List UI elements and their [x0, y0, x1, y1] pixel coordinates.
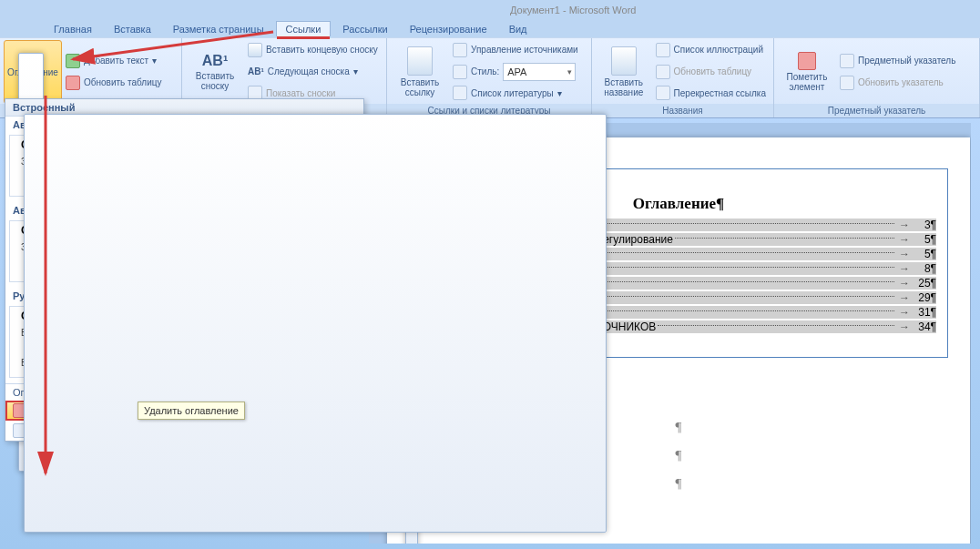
- update-index-button[interactable]: Обновить указатель: [836, 73, 959, 93]
- group-label-captions: Названия: [592, 104, 773, 117]
- insert-endnote-button[interactable]: Вставить концевую сноску: [244, 40, 382, 60]
- index-icon: [840, 54, 854, 68]
- insert-footnote-button[interactable]: AB¹ Вставить сноску: [186, 40, 244, 104]
- group-captions: Вставить название Список иллюстраций Обн…: [592, 38, 774, 117]
- ab-icon: AB¹: [202, 53, 228, 69]
- bibliography-icon: [453, 86, 467, 100]
- ribbon-tabs: Главная Вставка Разметка страницы Ссылки…: [0, 20, 980, 37]
- dd-tooltip: Удалить оглавление: [138, 402, 245, 420]
- refresh-icon: [66, 76, 80, 90]
- tab-insert[interactable]: Вставка: [104, 21, 161, 37]
- manage-sources-button[interactable]: Управление источниками: [449, 40, 582, 60]
- group-index: Пометить элемент Предметный указатель Об…: [774, 38, 980, 117]
- citation-icon: [407, 46, 433, 76]
- toc-gallery-dropdown[interactable]: Встроенный Автособираемое оглавление 1 О…: [5, 98, 364, 442]
- index-button[interactable]: Предметный указатель: [836, 51, 959, 71]
- mark-entry-button[interactable]: Пометить элемент: [778, 40, 836, 104]
- figlist-icon: [656, 43, 670, 57]
- updindex-icon: [840, 76, 854, 90]
- style-row: Стиль: APA: [449, 62, 582, 82]
- style-icon: [453, 65, 467, 79]
- next-footnote-button[interactable]: AB¹Следующая сноска ▾: [244, 62, 382, 82]
- insert-caption-button[interactable]: Вставить название: [596, 40, 652, 104]
- insert-citation-button[interactable]: Вставить ссылку: [391, 40, 449, 104]
- group-citations: Вставить ссылку Управление источниками С…: [387, 38, 592, 117]
- caption-icon: [611, 46, 637, 76]
- endnote-icon: [248, 43, 262, 57]
- title-bar: Документ1 - Microsoft Word: [0, 0, 980, 20]
- tab-mailings[interactable]: Рассылки: [332, 21, 397, 37]
- update2-icon: [656, 65, 670, 79]
- doc-title: Документ1 - Microsoft Word: [510, 5, 636, 15]
- bibliography-button[interactable]: Список литературы ▾: [449, 83, 582, 103]
- mark-icon: [798, 52, 816, 70]
- crossref-icon: [656, 86, 670, 100]
- dd-custom-toc[interactable]: Оглавление...: [5, 384, 363, 401]
- toc-button[interactable]: Оглавление: [4, 40, 62, 104]
- crossref-button[interactable]: Перекрестная ссылка: [652, 83, 770, 103]
- tab-home[interactable]: Главная: [44, 21, 102, 37]
- tab-links[interactable]: Ссылки: [276, 21, 332, 37]
- add-text-button[interactable]: Добавить текст ▾: [62, 51, 166, 71]
- group-label-index: Предметный указатель: [774, 104, 979, 117]
- tab-view[interactable]: Вид: [499, 21, 537, 37]
- plus-icon: [66, 54, 80, 68]
- update-table2-button[interactable]: Обновить таблицу: [652, 62, 770, 82]
- sources-icon: [453, 43, 467, 57]
- page-icon: [24, 114, 607, 533]
- style-dropdown[interactable]: APA: [503, 63, 576, 81]
- tab-review[interactable]: Рецензирование: [400, 21, 497, 37]
- tab-layout[interactable]: Разметка страницы: [163, 21, 274, 37]
- office-button[interactable]: [9, 20, 42, 37]
- fig-list-button[interactable]: Список иллюстраций: [652, 40, 770, 60]
- ab-small-icon: AB¹: [248, 66, 264, 76]
- update-table-button[interactable]: Обновить таблицу: [62, 73, 166, 93]
